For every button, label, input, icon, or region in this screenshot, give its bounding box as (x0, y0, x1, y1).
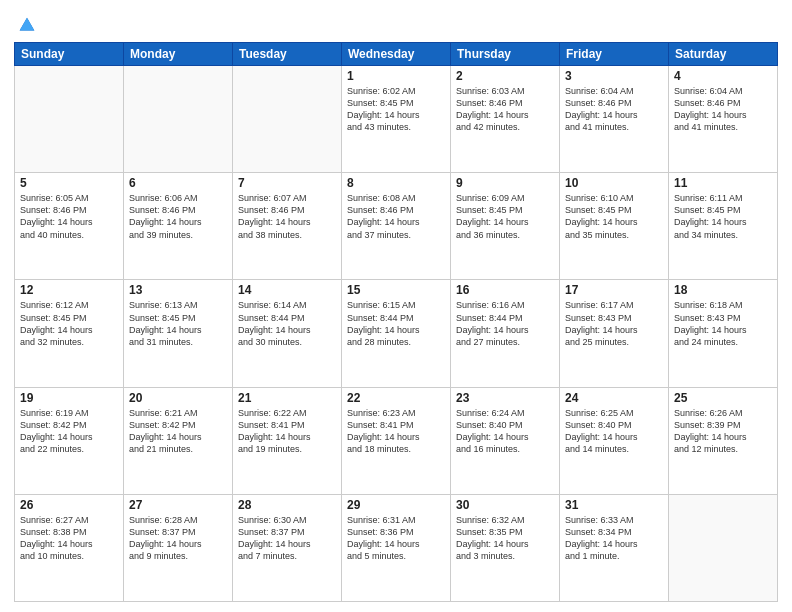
table-row: 4Sunrise: 6:04 AM Sunset: 8:46 PM Daylig… (669, 66, 778, 173)
day-number: 25 (674, 391, 772, 405)
day-number: 16 (456, 283, 554, 297)
day-number: 14 (238, 283, 336, 297)
day-number: 5 (20, 176, 118, 190)
day-info: Sunrise: 6:03 AM Sunset: 8:46 PM Dayligh… (456, 85, 554, 134)
calendar-week-row: 19Sunrise: 6:19 AM Sunset: 8:42 PM Dayli… (15, 387, 778, 494)
table-row: 19Sunrise: 6:19 AM Sunset: 8:42 PM Dayli… (15, 387, 124, 494)
table-row: 16Sunrise: 6:16 AM Sunset: 8:44 PM Dayli… (451, 280, 560, 387)
col-tuesday: Tuesday (233, 43, 342, 66)
table-row: 11Sunrise: 6:11 AM Sunset: 8:45 PM Dayli… (669, 173, 778, 280)
table-row: 2Sunrise: 6:03 AM Sunset: 8:46 PM Daylig… (451, 66, 560, 173)
day-info: Sunrise: 6:04 AM Sunset: 8:46 PM Dayligh… (565, 85, 663, 134)
table-row (233, 66, 342, 173)
day-number: 2 (456, 69, 554, 83)
day-info: Sunrise: 6:33 AM Sunset: 8:34 PM Dayligh… (565, 514, 663, 563)
table-row: 24Sunrise: 6:25 AM Sunset: 8:40 PM Dayli… (560, 387, 669, 494)
day-info: Sunrise: 6:08 AM Sunset: 8:46 PM Dayligh… (347, 192, 445, 241)
table-row: 25Sunrise: 6:26 AM Sunset: 8:39 PM Dayli… (669, 387, 778, 494)
table-row: 8Sunrise: 6:08 AM Sunset: 8:46 PM Daylig… (342, 173, 451, 280)
table-row: 13Sunrise: 6:13 AM Sunset: 8:45 PM Dayli… (124, 280, 233, 387)
day-info: Sunrise: 6:02 AM Sunset: 8:45 PM Dayligh… (347, 85, 445, 134)
day-number: 26 (20, 498, 118, 512)
day-info: Sunrise: 6:28 AM Sunset: 8:37 PM Dayligh… (129, 514, 227, 563)
table-row: 31Sunrise: 6:33 AM Sunset: 8:34 PM Dayli… (560, 494, 669, 601)
table-row: 28Sunrise: 6:30 AM Sunset: 8:37 PM Dayli… (233, 494, 342, 601)
day-info: Sunrise: 6:16 AM Sunset: 8:44 PM Dayligh… (456, 299, 554, 348)
table-row: 14Sunrise: 6:14 AM Sunset: 8:44 PM Dayli… (233, 280, 342, 387)
logo (14, 14, 38, 36)
col-monday: Monday (124, 43, 233, 66)
day-number: 7 (238, 176, 336, 190)
table-row: 20Sunrise: 6:21 AM Sunset: 8:42 PM Dayli… (124, 387, 233, 494)
table-row: 22Sunrise: 6:23 AM Sunset: 8:41 PM Dayli… (342, 387, 451, 494)
table-row: 30Sunrise: 6:32 AM Sunset: 8:35 PM Dayli… (451, 494, 560, 601)
day-number: 19 (20, 391, 118, 405)
table-row: 12Sunrise: 6:12 AM Sunset: 8:45 PM Dayli… (15, 280, 124, 387)
day-info: Sunrise: 6:22 AM Sunset: 8:41 PM Dayligh… (238, 407, 336, 456)
table-row: 29Sunrise: 6:31 AM Sunset: 8:36 PM Dayli… (342, 494, 451, 601)
day-info: Sunrise: 6:13 AM Sunset: 8:45 PM Dayligh… (129, 299, 227, 348)
day-info: Sunrise: 6:06 AM Sunset: 8:46 PM Dayligh… (129, 192, 227, 241)
day-number: 9 (456, 176, 554, 190)
day-info: Sunrise: 6:27 AM Sunset: 8:38 PM Dayligh… (20, 514, 118, 563)
header (14, 10, 778, 36)
day-number: 30 (456, 498, 554, 512)
day-number: 10 (565, 176, 663, 190)
table-row: 7Sunrise: 6:07 AM Sunset: 8:46 PM Daylig… (233, 173, 342, 280)
day-number: 3 (565, 69, 663, 83)
day-info: Sunrise: 6:30 AM Sunset: 8:37 PM Dayligh… (238, 514, 336, 563)
day-number: 18 (674, 283, 772, 297)
table-row: 9Sunrise: 6:09 AM Sunset: 8:45 PM Daylig… (451, 173, 560, 280)
calendar-week-row: 1Sunrise: 6:02 AM Sunset: 8:45 PM Daylig… (15, 66, 778, 173)
day-info: Sunrise: 6:19 AM Sunset: 8:42 PM Dayligh… (20, 407, 118, 456)
day-number: 12 (20, 283, 118, 297)
calendar-table: Sunday Monday Tuesday Wednesday Thursday… (14, 42, 778, 602)
day-number: 23 (456, 391, 554, 405)
table-row: 21Sunrise: 6:22 AM Sunset: 8:41 PM Dayli… (233, 387, 342, 494)
table-row: 17Sunrise: 6:17 AM Sunset: 8:43 PM Dayli… (560, 280, 669, 387)
day-info: Sunrise: 6:21 AM Sunset: 8:42 PM Dayligh… (129, 407, 227, 456)
day-info: Sunrise: 6:31 AM Sunset: 8:36 PM Dayligh… (347, 514, 445, 563)
calendar-header-row: Sunday Monday Tuesday Wednesday Thursday… (15, 43, 778, 66)
day-info: Sunrise: 6:26 AM Sunset: 8:39 PM Dayligh… (674, 407, 772, 456)
col-sunday: Sunday (15, 43, 124, 66)
table-row: 3Sunrise: 6:04 AM Sunset: 8:46 PM Daylig… (560, 66, 669, 173)
day-number: 17 (565, 283, 663, 297)
col-thursday: Thursday (451, 43, 560, 66)
day-number: 27 (129, 498, 227, 512)
day-number: 24 (565, 391, 663, 405)
day-number: 28 (238, 498, 336, 512)
table-row: 6Sunrise: 6:06 AM Sunset: 8:46 PM Daylig… (124, 173, 233, 280)
table-row: 10Sunrise: 6:10 AM Sunset: 8:45 PM Dayli… (560, 173, 669, 280)
calendar-week-row: 5Sunrise: 6:05 AM Sunset: 8:46 PM Daylig… (15, 173, 778, 280)
calendar-week-row: 12Sunrise: 6:12 AM Sunset: 8:45 PM Dayli… (15, 280, 778, 387)
day-number: 20 (129, 391, 227, 405)
svg-marker-1 (20, 18, 35, 31)
day-number: 13 (129, 283, 227, 297)
day-info: Sunrise: 6:23 AM Sunset: 8:41 PM Dayligh… (347, 407, 445, 456)
table-row: 23Sunrise: 6:24 AM Sunset: 8:40 PM Dayli… (451, 387, 560, 494)
table-row: 15Sunrise: 6:15 AM Sunset: 8:44 PM Dayli… (342, 280, 451, 387)
day-number: 6 (129, 176, 227, 190)
day-info: Sunrise: 6:07 AM Sunset: 8:46 PM Dayligh… (238, 192, 336, 241)
day-number: 22 (347, 391, 445, 405)
table-row: 1Sunrise: 6:02 AM Sunset: 8:45 PM Daylig… (342, 66, 451, 173)
day-info: Sunrise: 6:32 AM Sunset: 8:35 PM Dayligh… (456, 514, 554, 563)
day-number: 11 (674, 176, 772, 190)
table-row: 5Sunrise: 6:05 AM Sunset: 8:46 PM Daylig… (15, 173, 124, 280)
day-info: Sunrise: 6:09 AM Sunset: 8:45 PM Dayligh… (456, 192, 554, 241)
table-row (124, 66, 233, 173)
day-info: Sunrise: 6:05 AM Sunset: 8:46 PM Dayligh… (20, 192, 118, 241)
day-number: 4 (674, 69, 772, 83)
page: Sunday Monday Tuesday Wednesday Thursday… (0, 0, 792, 612)
day-info: Sunrise: 6:24 AM Sunset: 8:40 PM Dayligh… (456, 407, 554, 456)
day-number: 31 (565, 498, 663, 512)
table-row (669, 494, 778, 601)
col-friday: Friday (560, 43, 669, 66)
day-number: 15 (347, 283, 445, 297)
day-number: 8 (347, 176, 445, 190)
day-info: Sunrise: 6:17 AM Sunset: 8:43 PM Dayligh… (565, 299, 663, 348)
day-info: Sunrise: 6:10 AM Sunset: 8:45 PM Dayligh… (565, 192, 663, 241)
day-info: Sunrise: 6:12 AM Sunset: 8:45 PM Dayligh… (20, 299, 118, 348)
day-info: Sunrise: 6:04 AM Sunset: 8:46 PM Dayligh… (674, 85, 772, 134)
